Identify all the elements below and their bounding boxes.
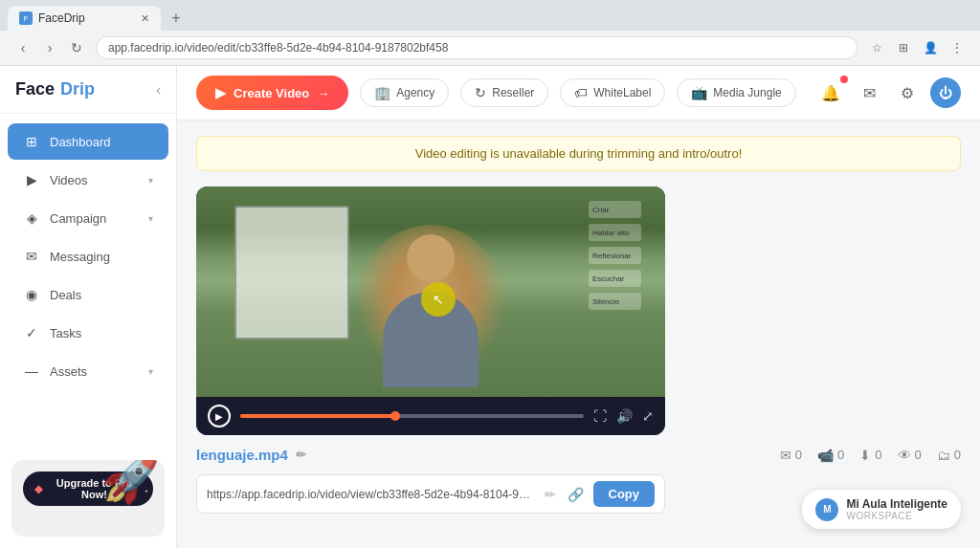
browser-nav-buttons: ‹ › ↻ [11,36,88,59]
copy-button[interactable]: Copy [593,481,656,507]
create-video-label: Create Video [234,86,309,100]
diamond-icon: ◆ [34,483,42,495]
sidebar-item-label: Deals [50,288,81,302]
top-bar: ▶ Create Video → 🏢 Agency ↻ Reseller 🏷 W… [177,66,980,121]
agency-pill[interactable]: 🏢 Agency [360,78,449,107]
top-bar-right: 🔔 ✉ ⚙ ⏻ [815,77,961,108]
sidebar-item-label: Tasks [50,326,81,340]
back-button[interactable]: ‹ [11,36,34,59]
play-button[interactable]: ▶ [208,405,231,427]
reseller-label: Reseller [492,86,534,99]
edit-url-button[interactable]: ✏ [543,485,558,504]
fullscreen-small-button[interactable]: ⛶ [593,408,607,424]
notifications-button[interactable]: 🔔 [815,77,846,108]
tasks-icon: ✓ [23,324,40,341]
create-video-button[interactable]: ▶ Create Video → [196,76,348,110]
download-count: 0 [875,448,881,462]
play-icon: ▶ [215,85,226,100]
media-jungle-icon: 📺 [691,85,707,100]
media-jungle-pill[interactable]: 📺 Media Jungle [677,78,795,107]
video-player[interactable]: Criar Hablar alto Reflexionar Escuchar S… [196,186,665,397]
chevron-down-icon: ▾ [148,175,153,186]
board-decorations: Criar Hablar alto Reflexionar Escuchar S… [589,201,641,310]
reseller-icon: ↻ [475,85,486,100]
video-count: 0 [837,448,844,462]
sidebar-toggle-button[interactable]: ‹ [156,82,161,98]
views-count: 0 [915,448,922,462]
app-container: FaceDrip ‹ ⊞ Dashboard ▶ Videos ▾ ◈ Camp… [0,66,980,548]
workspace-info: Mi Aula Inteligente WORKSPACE [846,497,947,521]
sidebar-item-label: Campaign [50,211,106,226]
active-tab[interactable]: F FaceDrip ✕ [8,6,161,31]
sidebar-item-label: Messaging [50,250,110,264]
fullscreen-button[interactable]: ⤢ [642,408,654,424]
whitelabel-icon: 🏷 [574,85,588,100]
video-section: Video editing is unavailable during trim… [177,121,980,537]
video-filename: lenguaje.mp4 [196,447,288,463]
messages-button[interactable]: ✉ [854,77,884,108]
sidebar-item-deals[interactable]: ◉ Deals [8,276,168,313]
menu-button[interactable]: ⋮ [946,36,969,59]
browser-chrome: F FaceDrip ✕ + ‹ › ↻ app.facedrip.io/vid… [0,0,980,66]
whitelabel-pill[interactable]: 🏷 WhiteLabel [560,78,665,107]
media-jungle-label: Media Jungle [713,86,781,99]
progress-thumb [390,411,400,421]
url-text: app.facedrip.io/video/edit/cb33ffe8-5d2e… [108,41,448,55]
chevron-down-icon: ▾ [148,213,153,224]
video-wrapper: Criar Hablar alto Reflexionar Escuchar S… [196,186,665,435]
sidebar-item-messaging[interactable]: ✉ Messaging [8,238,168,274]
logo: FaceDrip [15,79,95,99]
bookmark-button[interactable]: ☆ [865,36,888,59]
workspace-badge: M Mi Aula Inteligente WORKSPACE [802,490,961,529]
video-icon: 📹 [817,448,834,463]
eye-icon: 👁 [898,448,911,463]
logo-drip: Drip [60,79,95,99]
sidebar-item-assets[interactable]: — Assets ▾ [8,353,168,389]
video-controls: ▶ ⛶ 🔊 ⤢ [196,397,665,435]
folder-stat: 🗂 0 [937,448,961,463]
extensions-button[interactable]: ⊞ [892,36,915,59]
whitelabel-label: WhiteLabel [593,86,651,99]
dashboard-icon: ⊞ [23,133,40,150]
deals-icon: ◉ [23,286,40,303]
logo-face: Face [15,79,55,99]
forward-button[interactable]: › [38,36,61,59]
volume-button[interactable]: 🔊 [616,408,633,424]
sidebar-item-videos[interactable]: ▶ Videos ▾ [8,162,168,198]
warning-text: Video editing is unavailable during trim… [415,146,743,161]
settings-button[interactable]: ⚙ [892,77,923,108]
views-stat: 👁 0 [898,448,922,463]
address-bar: ‹ › ↻ app.facedrip.io/video/edit/cb33ffe… [0,31,980,65]
progress-bar[interactable] [240,414,584,418]
new-tab-button[interactable]: + [165,7,188,30]
workspace-name: Mi Aula Inteligente [846,497,947,511]
url-bar[interactable]: app.facedrip.io/video/edit/cb33ffe8-5d2e… [96,36,858,59]
reload-button[interactable]: ↻ [65,36,88,59]
sidebar: FaceDrip ‹ ⊞ Dashboard ▶ Videos ▾ ◈ Camp… [0,66,177,548]
sidebar-item-dashboard[interactable]: ⊞ Dashboard [8,123,168,160]
sidebar-item-campaign[interactable]: ◈ Campaign ▾ [8,200,168,236]
sidebar-nav: ⊞ Dashboard ▶ Videos ▾ ◈ Campaign ▾ ✉ Me… [0,114,176,449]
sidebar-item-label: Dashboard [50,135,111,149]
cursor-icon: ↖ [433,292,444,307]
profile-button[interactable]: 👤 [919,36,942,59]
workspace-label: WORKSPACE [846,511,947,521]
avatar-initials: M [823,504,831,515]
email-count: 0 [795,448,802,462]
reseller-pill[interactable]: ↻ Reseller [460,78,548,107]
whiteboard [234,206,349,340]
cursor-indicator: ↖ [421,282,456,317]
notification-badge [840,76,848,83]
tab-title: FaceDrip [38,11,85,25]
share-link-button[interactable]: 🔗 [566,485,586,504]
download-stat: ⬇ 0 [859,448,881,463]
email-stat: ✉ 0 [780,448,802,463]
tab-close-button[interactable]: ✕ [141,12,149,25]
chevron-down-icon: ▾ [148,366,153,377]
upgrade-section: 🚀 ◆ Upgrade to Pro Now! [11,460,165,537]
edit-title-button[interactable]: ✏ [296,448,306,462]
sidebar-item-tasks[interactable]: ✓ Tasks [8,315,168,351]
agency-label: Agency [396,86,434,99]
assets-icon: — [23,362,40,380]
power-button[interactable]: ⏻ [930,77,961,108]
